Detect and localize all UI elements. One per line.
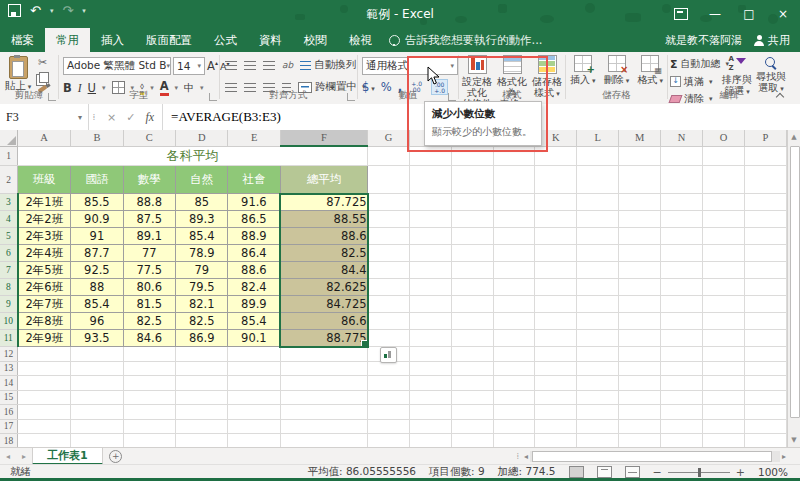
align-top-icon[interactable] [225,61,237,70]
column-header-M[interactable]: M [619,130,661,146]
row-header-11[interactable]: 11 [0,330,18,347]
cell[interactable] [493,313,535,330]
row-header-7[interactable]: 7 [0,262,18,279]
cell[interactable] [368,390,410,405]
cell[interactable] [619,296,661,313]
cell[interactable] [451,211,493,228]
cell[interactable] [703,279,745,296]
cell[interactable] [409,330,451,347]
cell[interactable] [745,405,787,420]
cell[interactable] [619,194,661,211]
cell[interactable] [745,330,787,347]
cell[interactable] [745,361,787,376]
cell[interactable] [493,296,535,313]
sheet-nav-left-icon[interactable]: ◂ [0,448,16,465]
cell[interactable] [228,347,280,362]
cell[interactable] [368,330,410,347]
cell[interactable] [451,330,493,347]
close-button[interactable]: × [766,0,800,28]
cell[interactable] [123,434,175,448]
cell[interactable] [451,361,493,376]
cell[interactable] [619,347,661,362]
ribbon-tab-插入[interactable]: 插入 [90,28,135,52]
cell[interactable] [577,262,619,279]
cell[interactable] [619,390,661,405]
cell[interactable] [619,166,661,194]
cell-F8[interactable]: 82.625 [280,279,367,296]
row-header-5[interactable]: 5 [0,228,18,245]
cell[interactable] [368,313,410,330]
cell[interactable] [228,376,280,391]
cell[interactable] [535,146,577,166]
fill-handle[interactable] [361,340,368,347]
cell[interactable]: 92.5 [71,262,123,279]
table-header-cell[interactable]: 數學 [123,166,175,194]
cell[interactable] [368,434,410,448]
cell[interactable] [123,419,175,434]
cell-F4[interactable]: 88.55 [280,211,367,228]
cell[interactable] [577,146,619,166]
cell[interactable] [745,262,787,279]
cell[interactable] [409,245,451,262]
cell[interactable] [577,434,619,448]
cell[interactable] [619,228,661,245]
cell[interactable] [535,347,577,362]
cell[interactable] [18,419,71,434]
cell[interactable] [661,405,703,420]
row-header-18[interactable]: 18 [0,434,18,448]
cell[interactable] [493,376,535,391]
insert-cells-button[interactable]: +插入 [566,55,600,86]
cell[interactable] [71,405,123,420]
cell[interactable] [619,279,661,296]
cell[interactable] [535,228,577,245]
cell[interactable] [661,194,703,211]
align-middle-icon[interactable] [244,61,256,70]
cell[interactable]: 2年1班 [18,194,71,211]
cell[interactable]: 86.9 [176,330,228,347]
wrap-text-button[interactable]: 自動換列 [300,58,356,72]
horizontal-scroll-thumb[interactable] [532,451,772,462]
ribbon-tab-資料[interactable]: 資料 [248,28,293,52]
row-header-6[interactable]: 6 [0,245,18,262]
cell[interactable] [123,376,175,391]
cell[interactable] [577,405,619,420]
row-header-1[interactable]: 1 [0,146,18,166]
cell[interactable] [368,419,410,434]
cell[interactable] [745,390,787,405]
cell[interactable] [409,146,451,166]
cell[interactable] [745,419,787,434]
cell[interactable] [280,405,367,420]
cell[interactable] [368,296,410,313]
cell-F10[interactable]: 86.6 [280,313,367,330]
cell[interactable] [535,296,577,313]
cell[interactable] [577,211,619,228]
cell[interactable]: 2年2班 [18,211,71,228]
cell[interactable] [451,296,493,313]
cell[interactable]: 89.9 [228,296,280,313]
cell[interactable] [368,194,410,211]
cell[interactable] [368,279,410,296]
cell[interactable] [661,313,703,330]
ribbon-tab-版面配置[interactable]: 版面配置 [135,28,203,52]
cell[interactable] [703,376,745,391]
cell[interactable] [451,146,493,166]
cell-F11[interactable]: 88.775 [280,330,367,347]
cell[interactable]: 88.6 [228,262,280,279]
format-cells-button[interactable]: ▦格式 [633,55,667,86]
column-header-G[interactable]: G [368,130,410,146]
cell[interactable] [619,434,661,448]
cell[interactable]: 88 [71,279,123,296]
column-header-F[interactable]: F [280,130,367,146]
cell[interactable] [228,434,280,448]
font-dialog-launcher-icon[interactable] [209,93,217,101]
cell[interactable] [703,361,745,376]
collapse-ribbon-icon[interactable] [776,92,784,100]
cell[interactable]: 79 [176,262,228,279]
cell[interactable]: 87.7 [71,245,123,262]
cell[interactable]: 2年8班 [18,313,71,330]
cell[interactable] [577,419,619,434]
cell[interactable] [661,390,703,405]
row-header-3[interactable]: 3 [0,194,18,211]
cell[interactable] [745,194,787,211]
cell[interactable] [703,296,745,313]
